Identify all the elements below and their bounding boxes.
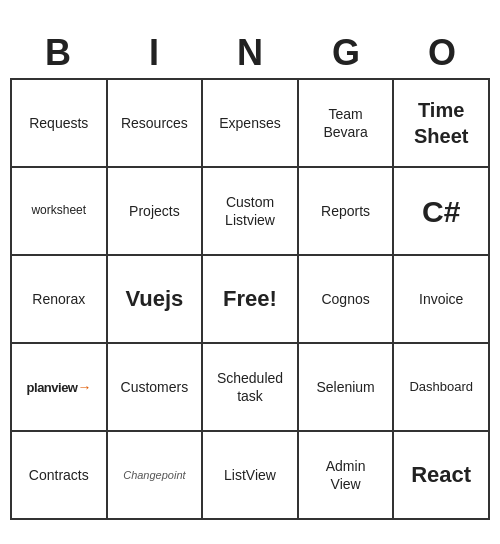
cell-r3c3[interactable]: Selenium <box>299 344 395 432</box>
cell-r3c1[interactable]: Customers <box>108 344 204 432</box>
bingo-header: B I N G O <box>10 24 490 78</box>
cell-r1c3[interactable]: Reports <box>299 168 395 256</box>
cell-r0c1[interactable]: Resources <box>108 80 204 168</box>
cell-r1c4[interactable]: C# <box>394 168 490 256</box>
cell-r0c4[interactable]: TimeSheet <box>394 80 490 168</box>
planview-logo: planview→ <box>27 379 91 395</box>
bingo-grid: Requests Resources Expenses TeamBevara T… <box>10 78 490 520</box>
planview-arrow: → <box>78 379 92 395</box>
header-g: G <box>302 32 390 74</box>
cell-r1c1[interactable]: Projects <box>108 168 204 256</box>
bingo-card: B I N G O Requests Resources Expenses Te… <box>10 24 490 520</box>
cell-r1c0[interactable]: worksheet <box>12 168 108 256</box>
cell-r0c2[interactable]: Expenses <box>203 80 299 168</box>
changepoint-text: Changepoint <box>123 469 185 481</box>
planview-text: planview→ <box>27 379 91 395</box>
cell-r4c4[interactable]: React <box>394 432 490 520</box>
cell-r4c2[interactable]: ListView <box>203 432 299 520</box>
cell-r2c3[interactable]: Cognos <box>299 256 395 344</box>
header-b: B <box>14 32 102 74</box>
cell-r2c2-free[interactable]: Free! <box>203 256 299 344</box>
cell-r4c1-changepoint[interactable]: Changepoint <box>108 432 204 520</box>
cell-r0c0[interactable]: Requests <box>12 80 108 168</box>
cell-r3c4[interactable]: Dashboard <box>394 344 490 432</box>
cell-r3c2[interactable]: Scheduledtask <box>203 344 299 432</box>
header-o: O <box>398 32 486 74</box>
cell-r4c3[interactable]: AdminView <box>299 432 395 520</box>
header-n: N <box>206 32 294 74</box>
cell-r3c0-planview[interactable]: planview→ <box>12 344 108 432</box>
cell-r2c1[interactable]: Vuejs <box>108 256 204 344</box>
cell-r2c0[interactable]: Renorax <box>12 256 108 344</box>
cell-r1c2[interactable]: CustomListview <box>203 168 299 256</box>
cell-r4c0[interactable]: Contracts <box>12 432 108 520</box>
cell-r2c4[interactable]: Invoice <box>394 256 490 344</box>
cell-r0c3[interactable]: TeamBevara <box>299 80 395 168</box>
header-i: I <box>110 32 198 74</box>
